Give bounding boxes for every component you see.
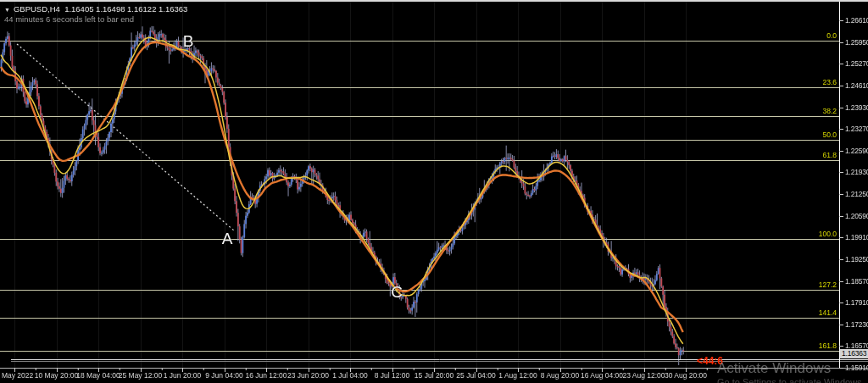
price-axis-label: 1.19250 bbox=[845, 255, 868, 264]
swing-point-label: A bbox=[222, 230, 233, 248]
chart-header: ▼GBPUSD,H4 1.16405 1.16498 1.16122 1.163… bbox=[4, 4, 187, 24]
activate-windows-subtext: Go to Settings to activate Windows. bbox=[717, 377, 865, 383]
fib-level-label: 0.0 bbox=[826, 31, 837, 40]
price-axis-label: 1.15910 bbox=[845, 364, 868, 372]
mt4-chart-window: ▼GBPUSD,H4 1.16405 1.16498 1.16122 1.163… bbox=[0, 0, 868, 383]
price-axis-label: 1.17910 bbox=[845, 298, 868, 307]
time-axis-label: 16 Jun 12:00 bbox=[245, 371, 287, 380]
window-top-edge bbox=[0, 0, 868, 2]
time-axis-label: 8 Aug 20:00 bbox=[541, 371, 579, 380]
symbol-label: GBPUSD,H4 bbox=[14, 4, 60, 14]
ohlc-values: 1.16405 1.16498 1.16122 1.16363 bbox=[64, 4, 187, 14]
price-axis-label: 1.21930 bbox=[845, 168, 868, 176]
price-axis-label: 1.23270 bbox=[845, 125, 868, 133]
fib-level-label: 61.8 bbox=[822, 151, 837, 159]
price-axis-label: 1.22590 bbox=[845, 147, 868, 155]
time-axis-label: 10 May 20:00 bbox=[35, 371, 79, 380]
price-axis-label: 1.24610 bbox=[845, 81, 868, 90]
time-axis-label: 1 Jul 04:00 bbox=[332, 371, 368, 380]
price-axis-label: 1.26610 bbox=[845, 16, 868, 25]
fib-level-label: 38.2 bbox=[822, 107, 837, 115]
price-axis-label: 1.23930 bbox=[845, 103, 868, 112]
fib-level-label: 141.4 bbox=[819, 308, 837, 317]
fib-level-label: 100.0 bbox=[819, 230, 837, 238]
time-axis-label: 18 May 04:00 bbox=[76, 371, 120, 380]
time-axis-label: 23 Aug 12:00 bbox=[622, 371, 665, 380]
chevron-down-icon[interactable]: ▼ bbox=[4, 7, 10, 13]
time-axis-label: 9 Jun 04:00 bbox=[205, 371, 242, 380]
price-axis-label: 1.20590 bbox=[845, 212, 868, 220]
swing-point-label: C bbox=[391, 283, 403, 302]
time-axis-label: 25 May 12:00 bbox=[119, 371, 163, 380]
price-axis-label: 1.18570 bbox=[845, 277, 868, 286]
activate-windows-watermark: Activate Windows bbox=[717, 360, 831, 377]
time-axis-label: 1 Aug 12:00 bbox=[498, 371, 537, 380]
time-axis-label: 8 Jul 12:00 bbox=[375, 371, 410, 380]
time-axis-label: 25 Jul 04:00 bbox=[456, 371, 495, 380]
time-axis-label: 30 Aug 20:00 bbox=[665, 371, 707, 380]
fib-level-label: 161.8 bbox=[819, 341, 837, 350]
price-axis-label: 1.25950 bbox=[845, 38, 868, 47]
current-price-badge: 1.16363 bbox=[840, 349, 868, 358]
time-axis-label: 3 May 2022 bbox=[0, 371, 33, 380]
price-axis-label: 1.17230 bbox=[845, 320, 868, 329]
chart-canvas[interactable] bbox=[0, 0, 868, 383]
time-axis-label: 23 Jun 20:00 bbox=[287, 371, 329, 380]
symbol-title-line: ▼GBPUSD,H4 1.16405 1.16498 1.16122 1.163… bbox=[4, 4, 187, 14]
time-axis-label: 16 Aug 04:00 bbox=[581, 371, 623, 380]
fib-level-label: 23.6 bbox=[822, 78, 837, 86]
swing-point-label: B bbox=[183, 32, 194, 51]
fib-level-label: 127.2 bbox=[819, 280, 837, 289]
fib-level-label: 50.0 bbox=[822, 130, 837, 139]
price-axis-label: 1.25270 bbox=[845, 59, 868, 68]
time-axis-label: 1 Jun 20:00 bbox=[164, 371, 201, 380]
bar-countdown-text: 44 minutes 6 seconds left to bar end bbox=[4, 14, 187, 24]
price-axis-label: 1.21250 bbox=[845, 190, 868, 198]
time-axis-label: 15 Jul 20:00 bbox=[415, 371, 453, 380]
price-axis-label: 1.19910 bbox=[845, 233, 868, 241]
